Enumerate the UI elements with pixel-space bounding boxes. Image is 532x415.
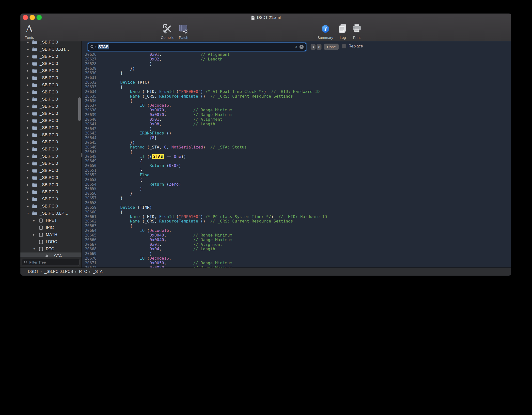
disclosure-right-icon[interactable]: ▶	[27, 205, 32, 208]
disclosure-right-icon[interactable]: ▶	[27, 155, 32, 158]
disclosure-down-icon[interactable]: ▼	[33, 248, 38, 250]
tree-item--sb-pci0[interactable]: ▶_SB.PCI0	[20, 67, 81, 74]
code-editor[interactable]: ▾ STAS 3 ✕ < > Done Replace 20626 0x01,	[82, 41, 511, 267]
tree-item-label: _SB.PCI0	[40, 90, 58, 95]
disclosure-down-icon[interactable]: ▼	[27, 212, 32, 215]
tree-item--sb-pci0[interactable]: ▶_SB.PCI0	[20, 110, 81, 117]
tree-item--sb-pci0-xh-[interactable]: ▶_SB.PCI0.XH…	[20, 46, 81, 53]
tree-item--sb-pci0[interactable]: ▶_SB.PCI0	[20, 131, 81, 138]
tree-item--sb-pci0[interactable]: ▶_SB.PCI0	[20, 103, 81, 110]
search-input[interactable]: ▾ STAS 3 ✕	[88, 43, 306, 51]
disclosure-right-icon[interactable]: ▶	[27, 76, 32, 79]
disclosure-right-icon[interactable]: ▶	[33, 219, 38, 222]
filter-tree-input[interactable]	[29, 260, 77, 265]
sidebar-scrollbar[interactable]	[78, 97, 81, 121]
filter-tree-field[interactable]	[22, 259, 79, 266]
tree-item--sb-pci0[interactable]: ▶_SB.PCI0	[20, 74, 81, 81]
disclosure-right-icon[interactable]: ▶	[27, 169, 32, 172]
disclosure-right-icon[interactable]: ▶	[27, 84, 32, 86]
breadcrumb-item-sta[interactable]: _STA	[93, 269, 103, 274]
tree-item-hpet[interactable]: ▶HPET	[20, 217, 81, 224]
breadcrumb-item-dsdt[interactable]: DSDT	[28, 269, 39, 274]
tree-item-ipic[interactable]: IPIC	[20, 224, 81, 231]
done-button[interactable]: Done	[324, 44, 339, 50]
window-header: DSDT-21.aml A Fonts	[20, 14, 511, 41]
tree-item-math[interactable]: ▶MATH	[20, 231, 81, 238]
find-next-button[interactable]: >	[316, 44, 322, 50]
disclosure-right-icon[interactable]: ▶	[27, 55, 32, 58]
code-line: 20645 })	[82, 140, 511, 145]
print-button[interactable]: Print	[350, 22, 364, 40]
line-number: 20668	[82, 247, 101, 252]
disclosure-right-icon[interactable]: ▶	[27, 191, 32, 193]
disclosure-right-icon[interactable]: ▶	[27, 119, 32, 122]
code-text: 0x01, // Alignment	[101, 52, 230, 57]
breadcrumb-item-lpcb[interactable]: _SB.PCI0.LPCB	[45, 269, 73, 274]
tree-item--sta[interactable]: _STA	[20, 252, 81, 257]
pane-resize-handle[interactable]	[81, 153, 82, 157]
disclosure-right-icon[interactable]: ▶	[27, 41, 32, 44]
tree-item--sb-pci0[interactable]: ▶_SB.PCI0	[20, 124, 81, 131]
tree-item--sb-pci0[interactable]: ▶_SB.PCI0	[20, 203, 81, 210]
tree-item--sb-pci0[interactable]: ▶_SB.PCI0	[20, 138, 81, 146]
disclosure-right-icon[interactable]: ▶	[27, 48, 32, 51]
code-text: )	[101, 251, 152, 256]
titlebar[interactable]: DSDT-21.aml	[20, 14, 511, 22]
minimize-button[interactable]	[30, 15, 35, 20]
maciasl-window: DSDT-21.aml A Fonts	[20, 14, 511, 276]
patch-button-label: Patch	[179, 35, 188, 40]
tree-item-label: _SB.PCI0	[40, 97, 58, 102]
log-button[interactable]: Log	[336, 22, 349, 40]
tree-item-rtc[interactable]: ▼RTC	[20, 245, 81, 252]
summary-button[interactable]: i Summary	[315, 22, 336, 40]
disclosure-right-icon[interactable]: ▶	[27, 162, 32, 165]
tree-item--sb-pci0-lp-[interactable]: ▼_SB.PCI0.LP…	[20, 210, 81, 217]
tree-item--sb-pci0[interactable]: ▶_SB.PCI0	[20, 181, 81, 188]
disclosure-right-icon[interactable]: ▶	[27, 133, 32, 136]
clear-search-button[interactable]: ✕	[299, 45, 304, 49]
tree-item--sb-pci0[interactable]: ▶_SB.PCI0	[20, 39, 81, 46]
tree-item--sb-pci0[interactable]: ▶_SB.PCI0	[20, 81, 81, 89]
tree-item--sb-pci0[interactable]: ▶_SB.PCI0	[20, 96, 81, 103]
disclosure-right-icon[interactable]: ▶	[27, 176, 32, 179]
tree-item--sb-pci0[interactable]: ▶_SB.PCI0	[20, 153, 81, 160]
code-text: 0x02, // Length	[101, 57, 222, 61]
tree-item--sb-pci0[interactable]: ▶_SB.PCI0	[20, 195, 81, 203]
line-number: 20633	[82, 85, 101, 89]
code-line: 20642 )	[82, 127, 511, 131]
tree-item--sb-pci0[interactable]: ▶_SB.PCI0	[20, 160, 81, 167]
disclosure-right-icon[interactable]: ▶	[27, 141, 32, 143]
tree-item--sb-pci0[interactable]: ▶_SB.PCI0	[20, 117, 81, 124]
breadcrumb-item-rtc[interactable]: RTC	[79, 269, 87, 274]
line-number: 20645	[82, 140, 101, 145]
disclosure-right-icon[interactable]: ▶	[27, 98, 32, 101]
disclosure-right-icon[interactable]: ▶	[33, 233, 38, 236]
tree-item--sb-pci0[interactable]: ▶_SB.PCI0	[20, 146, 81, 153]
disclosure-right-icon[interactable]: ▶	[27, 126, 32, 129]
tree-item--sb-pci0[interactable]: ▶_SB.PCI0	[20, 167, 81, 174]
tree-item--sb-pci0[interactable]: ▶_SB.PCI0	[20, 89, 81, 96]
patch-button[interactable]: Patch	[174, 22, 193, 40]
fonts-button[interactable]: A Fonts	[21, 22, 37, 40]
tree-item--sb-pci0[interactable]: ▶_SB.PCI0	[20, 188, 81, 195]
close-button[interactable]	[23, 15, 28, 20]
disclosure-right-icon[interactable]: ▶	[27, 69, 32, 72]
disclosure-right-icon[interactable]: ▶	[27, 148, 32, 150]
line-number: 20646	[82, 145, 101, 150]
disclosure-right-icon[interactable]: ▶	[27, 112, 32, 115]
find-previous-button[interactable]: <	[311, 44, 316, 50]
tree-item--sb-pci0[interactable]: ▶_SB.PCI0	[20, 60, 81, 67]
disclosure-right-icon[interactable]: ▶	[27, 105, 32, 108]
disclosure-right-icon[interactable]: ▶	[27, 91, 32, 93]
tree-item--sb-pci0[interactable]: ▶_SB.PCI0	[20, 53, 81, 60]
replace-checkbox[interactable]	[342, 44, 346, 48]
disclosure-right-icon[interactable]: ▶	[27, 198, 32, 200]
disclosure-right-icon[interactable]: ▶	[27, 62, 32, 65]
disclosure-right-icon[interactable]: ▶	[27, 183, 32, 186]
zoom-button[interactable]	[36, 15, 42, 20]
code-line: 20637 IO (Decode16,	[82, 103, 511, 108]
tree-item-ldrc[interactable]: LDRC	[20, 238, 81, 245]
search-options-chevron-icon[interactable]: ▾	[95, 46, 96, 48]
tree-item-label: _SB.PCI0	[40, 54, 58, 59]
tree-item--sb-pci0[interactable]: ▶_SB.PCI0	[20, 174, 81, 181]
